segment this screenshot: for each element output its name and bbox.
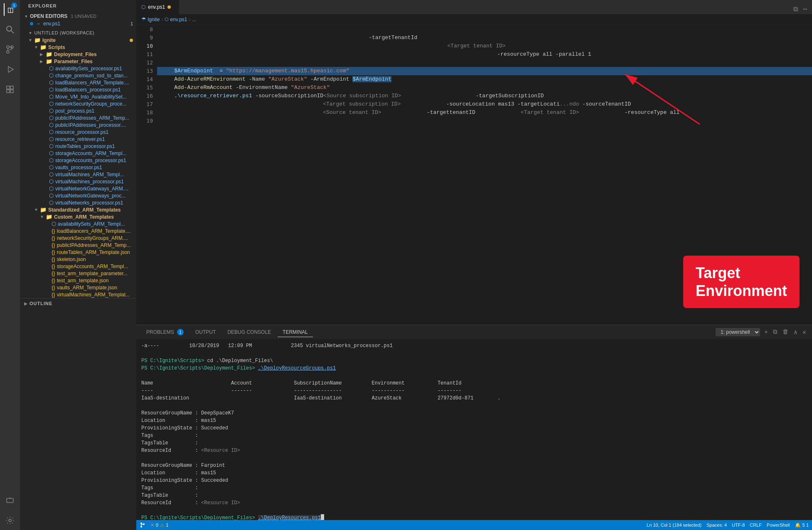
ln-9: 9 bbox=[136, 34, 153, 42]
git-branch-status[interactable] bbox=[140, 522, 145, 528]
arm-test-param-name: test_arm_template_parameter... bbox=[57, 271, 128, 276]
ln-10: 10 bbox=[136, 42, 153, 50]
add-terminal-button[interactable]: + bbox=[763, 328, 769, 337]
breadcrumb-env-icon: ⬡ bbox=[165, 17, 169, 22]
tree-item-rt-proc[interactable]: ⬡routeTables_processor.ps1 bbox=[20, 143, 136, 150]
arm-lb[interactable]: {}loadBalancers_ARM_Template.... bbox=[20, 227, 136, 234]
notification-status[interactable]: 🔔 5 1 bbox=[795, 523, 809, 528]
arm-sa-name: storageAccounts_ARM_Templ... bbox=[57, 264, 128, 269]
arm-test[interactable]: {}test_arm_template.json bbox=[20, 277, 136, 284]
remote-activity-icon[interactable] bbox=[4, 494, 16, 507]
tree-item-lb-proc[interactable]: ⬡loadBalancers_processor.ps1 bbox=[20, 86, 136, 93]
tree-item-rt-proc-name: routeTables_processor.ps1 bbox=[55, 143, 115, 149]
arm-pip[interactable]: {}publicIPAddresses_ARM_Temp... bbox=[20, 242, 136, 249]
split-editor-button[interactable]: ⧉ bbox=[792, 5, 800, 14]
settings-activity-icon[interactable] bbox=[4, 514, 16, 527]
arm-vault[interactable]: {}vaults_ARM_Template.json bbox=[20, 284, 136, 291]
tree-item-sa-proc[interactable]: ⬡storageAccounts_processor.ps1 bbox=[20, 157, 136, 164]
arm-rt[interactable]: {}routeTables_ARM_Template.json bbox=[20, 249, 136, 256]
errors-status[interactable]: ✕ 0 ⚠ 1 bbox=[150, 523, 168, 528]
close-panel-button[interactable]: ✕ bbox=[802, 328, 807, 337]
standardized-arm-folder[interactable]: ▼ 📁 Standardized_ARM_Templates bbox=[20, 206, 136, 213]
language-status[interactable]: PowerShell bbox=[767, 523, 790, 528]
split-terminal-button[interactable]: ⧉ bbox=[772, 328, 778, 337]
open-editors-toggle[interactable]: ▼ OPEN EDITORS 1 UNSAVED bbox=[20, 12, 136, 20]
source-control-activity-icon[interactable] bbox=[4, 43, 16, 56]
breadcrumb-ignite[interactable]: ☂ Ignite bbox=[141, 16, 160, 22]
workspace-label[interactable]: ▼ UNTITLED (WORKSPACE) bbox=[20, 29, 136, 37]
tree-item-sa-arm[interactable]: ⬡storageAccounts_ARM_Templ... bbox=[20, 150, 136, 157]
arm-avail[interactable]: ⬡availabilitySets_ARM_Templ... bbox=[20, 220, 136, 227]
output-tab[interactable]: OUTPUT bbox=[190, 328, 221, 337]
breadcrumb-env[interactable]: ⬡ env.ps1 bbox=[165, 17, 187, 22]
encoding-status[interactable]: UTF-8 bbox=[732, 523, 745, 528]
tree-item-pip-proc[interactable]: ⬡publicIPAddresses_processor.... bbox=[20, 121, 136, 128]
t-line-15: ResourceId : <Resource ID> bbox=[141, 447, 807, 454]
code-line-10: $ArmEndpoint = "https://management.mas15… bbox=[157, 67, 812, 75]
maximize-panel-button[interactable]: ∧ bbox=[793, 328, 798, 337]
more-actions-button[interactable]: ⋯ bbox=[801, 4, 809, 14]
tree-item-res-ret[interactable]: ⬡resource_retriever.ps1 bbox=[20, 136, 136, 143]
ln-col-status[interactable]: Ln 10, Col 1 (184 selected) bbox=[647, 523, 701, 528]
tree-item-vng-proc[interactable]: ⬡virtualNetworkGateways_proc... bbox=[20, 192, 136, 199]
ps1-file-icon-7: ⬡ bbox=[49, 108, 54, 114]
breadcrumb-sep-2: › bbox=[189, 17, 191, 22]
terminal-tab[interactable]: TERMINAL bbox=[278, 328, 313, 337]
scripts-folder[interactable]: ▼ 📁 Scripts bbox=[20, 44, 136, 51]
arm-vm[interactable]: {}virtualMachines_ARM_Templat... bbox=[20, 291, 136, 298]
tree-item-pip-arm-name: publicIPAddresses_ARM_Temp... bbox=[55, 115, 129, 121]
search-activity-icon[interactable] bbox=[4, 23, 16, 36]
outline-section[interactable]: ▶ OUTLINE bbox=[20, 298, 136, 308]
tree-item-vm-arm[interactable]: ⬡virtualMachines_ARM_Templ... bbox=[20, 171, 136, 178]
terminal-select[interactable]: 1: powershell bbox=[716, 328, 760, 336]
tree-item-change[interactable]: ⬡change_premium_ssd_to_stan... bbox=[20, 72, 136, 79]
extensions-activity-icon[interactable] bbox=[4, 83, 16, 96]
tree-item-vng-arm[interactable]: ⬡virtualNetworkGateways_ARM.... bbox=[20, 185, 136, 192]
activity-bar: ◫ 1 bbox=[0, 0, 20, 530]
tab-env-ps1[interactable]: ⬡ env.ps1 bbox=[136, 0, 179, 14]
tree-item-res-proc[interactable]: ⬡resource_processor.ps1 bbox=[20, 128, 136, 136]
debug-console-tab[interactable]: DEBUG CONSOLE bbox=[222, 328, 276, 337]
line-ending-status[interactable]: CRLF bbox=[750, 523, 762, 528]
terminal-content[interactable]: -a---- 10/28/2019 12:09 PM 2345 virtualN… bbox=[136, 340, 812, 520]
deployment-files-folder[interactable]: ▶ 📁 Deployment_Files bbox=[20, 51, 136, 58]
t-line-last: PS C:\Ignite\Scripts\Deployment_Files> .… bbox=[141, 514, 807, 520]
arm-sa[interactable]: {}storageAccounts_ARM_Templ... bbox=[20, 263, 136, 270]
explorer-header: EXPLORER bbox=[20, 0, 136, 11]
t-line-20: Tags : bbox=[141, 484, 807, 492]
json-arm-icon-7: {} bbox=[52, 270, 55, 276]
arm-nsg-name: networkSecurityGroups_ARM.... bbox=[57, 235, 128, 241]
arm-test-param[interactable]: {}test_arm_template_parameter... bbox=[20, 270, 136, 277]
t-line-23 bbox=[141, 507, 807, 514]
t-line-21: TagsTable : bbox=[141, 492, 807, 499]
problems-tab[interactable]: PROBLEMS 1 bbox=[141, 327, 189, 337]
debug-activity-icon[interactable] bbox=[4, 63, 16, 76]
tree-item-nsg[interactable]: ⬡networkSecurityGroups_proce... bbox=[20, 100, 136, 107]
ps1-file-icon-2: ⬡ bbox=[49, 72, 54, 79]
files-activity-icon[interactable]: ◫ 1 bbox=[4, 3, 16, 16]
kill-terminal-button[interactable]: 🗑 bbox=[782, 328, 790, 337]
tree-item-vnet-proc[interactable]: ⬡virtualNetworks_processor.ps1 bbox=[20, 199, 136, 206]
custom-arm-folder[interactable]: ▼ 📁 Custom_ARM_Templates bbox=[20, 213, 136, 220]
t-line-19: ProvisioningState : Succeeded bbox=[141, 477, 807, 484]
ignite-folder[interactable]: ▼ 📁 Ignite bbox=[20, 37, 136, 44]
terminal-panel: PROBLEMS 1 OUTPUT DEBUG CONSOLE TERMINAL bbox=[136, 325, 812, 520]
tree-item-avail[interactable]: ⬡availabilitySets_processor.ps1 bbox=[20, 65, 136, 72]
tree-item-lb-arm[interactable]: ⬡loadBalancers_ARM_Template.... bbox=[20, 79, 136, 86]
tree-item-pip-arm[interactable]: ⬡publicIPAddresses_ARM_Temp... bbox=[20, 114, 136, 121]
t-line-5 bbox=[141, 372, 807, 380]
open-editor-item[interactable]: → env.ps1 1 bbox=[20, 20, 136, 27]
t-line-2 bbox=[141, 350, 807, 357]
tree-item-movevm[interactable]: ⬡Move_VM_Into_AvailabilitySet... bbox=[20, 93, 136, 100]
arm-skeleton[interactable]: {}skeleton.json bbox=[20, 256, 136, 263]
tree-item-vm-proc[interactable]: ⬡virtualMachines_processor.ps1 bbox=[20, 178, 136, 185]
arm-nsg[interactable]: {}networkSecurityGroups_ARM.... bbox=[20, 234, 136, 242]
code-lines[interactable]: -targetTenantId <Target tenant ID> -reso… bbox=[157, 25, 812, 325]
sidebar: EXPLORER ▼ OPEN EDITORS 1 UNSAVED → env.… bbox=[20, 0, 136, 530]
tree-item-vault-proc[interactable]: ⬡vaults_processor.ps1 bbox=[20, 164, 136, 171]
spaces-status[interactable]: Spaces: 4 bbox=[706, 523, 727, 528]
breadcrumb-ellipsis[interactable]: ... bbox=[192, 17, 197, 22]
parameter-files-folder[interactable]: ▶ 📁 Parameter_Files bbox=[20, 58, 136, 65]
json-arm-icon-9: {} bbox=[52, 284, 55, 291]
tree-item-post[interactable]: ⬡post_process.ps1 bbox=[20, 107, 136, 114]
